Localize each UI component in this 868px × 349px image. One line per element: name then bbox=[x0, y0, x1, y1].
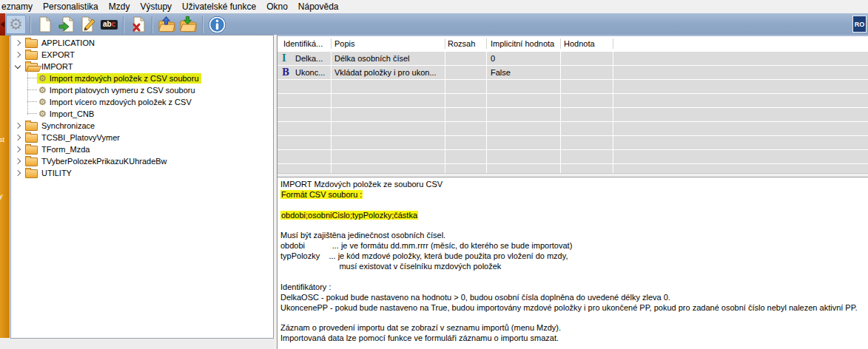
column-separator bbox=[331, 38, 332, 49]
tree-item-band: APPLICATION bbox=[23, 37, 97, 49]
tree-item-band: ⚙Import platovych vymeru z CSV souboru bbox=[37, 85, 198, 95]
tree-item-5[interactable]: ⚙Import vícero mzdových položek z CSV bbox=[11, 96, 273, 108]
column-header-2[interactable]: Rozsah bbox=[448, 36, 475, 52]
description-text: typPolozky ... je kód mzdové položky, kt… bbox=[280, 251, 568, 260]
folder-icon bbox=[25, 169, 38, 178]
description-line-15: Importovaná data lze pomocí funkce ve fo… bbox=[280, 333, 867, 344]
folder-arrow-down-icon bbox=[179, 16, 198, 33]
chevron-right-icon[interactable] bbox=[14, 158, 20, 164]
tree-item-label: Synchronizace bbox=[41, 121, 95, 130]
docked-panel-tab[interactable]: st y bbox=[0, 35, 10, 340]
tree-item-band: TCSBI_PlatovyVymer bbox=[23, 132, 122, 143]
tree-item-label: IMPORT bbox=[41, 62, 73, 71]
tree-item-1[interactable]: EXPORT bbox=[11, 49, 273, 61]
description-line-2 bbox=[280, 200, 867, 211]
column-separator bbox=[560, 38, 561, 49]
table-row-0[interactable]: IDelka...Délka osobních čísel0 bbox=[277, 52, 868, 65]
tree-item-band: ⚙Import_CNB bbox=[37, 109, 96, 119]
menu-item-6[interactable]: Nápověda bbox=[293, 0, 344, 13]
chevron-down-icon[interactable] bbox=[14, 63, 20, 69]
tree-item-band: EXPORT bbox=[23, 49, 77, 61]
tree-item-6[interactable]: ⚙Import_CNB bbox=[11, 108, 273, 120]
document-green-arrow-icon bbox=[58, 16, 75, 33]
tree-item-7[interactable]: Synchronizace bbox=[11, 120, 273, 132]
tree-item-2[interactable]: IMPORT bbox=[11, 61, 273, 72]
properties-table-header: Identifiká...PopisRozsahImplicitní hodno… bbox=[277, 36, 868, 52]
chevron-right-icon[interactable] bbox=[14, 146, 20, 152]
menu-item-0[interactable]: eznamy bbox=[0, 0, 38, 13]
tree-item-label: APPLICATION bbox=[41, 38, 95, 47]
cell-implicitni_hodnota: 0 bbox=[491, 52, 495, 65]
column-header-3[interactable]: Implicitní hodnota bbox=[491, 36, 554, 52]
menu-item-5[interactable]: Okno bbox=[261, 0, 293, 13]
description-line-3: obdobi;osobniCislo;typPolozky;částka bbox=[280, 211, 867, 221]
import-document-button[interactable] bbox=[56, 15, 76, 34]
tree-item-4[interactable]: ⚙Import platovych vymeru z CSV souboru bbox=[11, 84, 273, 96]
tree-item-band: UTILITY bbox=[23, 167, 74, 179]
description-text: DelkaOSC - pokud bude nastaveno na hodno… bbox=[280, 293, 670, 302]
gear-icon: ⚙ bbox=[9, 17, 23, 33]
toolbar-separator bbox=[30, 16, 31, 33]
info-icon bbox=[208, 16, 226, 34]
tree-item-label: TForm_Mzda bbox=[41, 145, 90, 154]
tree-connector-dots bbox=[27, 101, 37, 103]
description-line-6: obdobi ... je ve formátu dd.mm.rrrr (měs… bbox=[280, 241, 867, 251]
cell-implicitni_hodnota: False bbox=[491, 66, 511, 79]
rename-button[interactable]: abc bbox=[99, 15, 119, 34]
tree-item-band: IMPORT bbox=[23, 61, 75, 72]
column-header-1[interactable]: Popis bbox=[334, 36, 355, 52]
description-line-0: IMPORT Mzdových položek ze souboru CSV bbox=[280, 180, 867, 190]
chevron-right-icon[interactable] bbox=[14, 52, 20, 58]
info-button[interactable] bbox=[207, 15, 227, 34]
folder-icon bbox=[25, 146, 38, 155]
chevron-right-icon[interactable] bbox=[14, 170, 20, 176]
folder-open-icon bbox=[25, 63, 38, 72]
properties-table-body: IDelka...Délka osobních čísel0BUkonc...V… bbox=[277, 52, 868, 173]
column-separator bbox=[613, 38, 613, 49]
detail-panel: Identifiká...PopisRozsahImplicitní hodno… bbox=[277, 35, 868, 349]
column-header-0[interactable]: Identifiká... bbox=[283, 36, 323, 52]
chevron-right-icon[interactable] bbox=[14, 40, 20, 46]
tree-item-9[interactable]: TForm_Mzda bbox=[11, 143, 273, 155]
tree-item-11[interactable]: UTILITY bbox=[11, 167, 273, 179]
tree-item-0[interactable]: APPLICATION bbox=[11, 37, 273, 49]
tree-item-8[interactable]: TCSBI_PlatovyVymer bbox=[11, 132, 273, 143]
delete-document-button[interactable] bbox=[128, 15, 148, 34]
tree-item-3[interactable]: ⚙Import mzdových položek z CSV souboru bbox=[11, 72, 273, 84]
settings-button[interactable]: ⚙ bbox=[6, 15, 26, 34]
tree-item-band: ⚙Import vícero mzdových položek z CSV bbox=[37, 97, 194, 107]
menu-item-4[interactable]: Uživatelské funkce bbox=[177, 0, 261, 13]
cell-identifier: Delka... bbox=[295, 52, 323, 65]
new-document-button[interactable] bbox=[35, 15, 55, 34]
dock-handle[interactable] bbox=[0, 13, 5, 35]
abc-white-text: ab bbox=[103, 20, 112, 28]
edit-document-button[interactable] bbox=[78, 15, 98, 34]
chevron-right-icon[interactable] bbox=[14, 123, 20, 129]
highlighted-text: Formát CSV souboru : bbox=[280, 190, 363, 199]
cell-identifier: Ukonc... bbox=[295, 66, 325, 79]
description-line-11: DelkaOSC - pokud bude nastaveno na hodno… bbox=[280, 293, 867, 303]
collapse-left-icon bbox=[1, 21, 4, 27]
folder-export-button[interactable] bbox=[157, 15, 177, 34]
table-row-1[interactable]: BUkonc...Vkládat položky i pro ukon...Fa… bbox=[277, 66, 868, 79]
highlighted-text: obdobi;osobniCislo;typPolozky;částka bbox=[280, 211, 418, 220]
description-text: Identifikátory : bbox=[280, 282, 331, 291]
menu-item-2[interactable]: Mzdy bbox=[104, 0, 135, 13]
ron-logo: RO bbox=[852, 16, 867, 33]
function-tree-panel: APPLICATIONEXPORTIMPORT⚙Import mzdových … bbox=[10, 35, 274, 339]
folder-icon bbox=[25, 122, 38, 131]
description-line-10: Identifikátory : bbox=[280, 282, 867, 293]
description-text: musí existovat v číselníku mzdových polo… bbox=[280, 262, 501, 271]
tree-item-label: TCSBI_PlatovyVymer bbox=[41, 133, 120, 142]
menu-item-3[interactable]: Výstupy bbox=[135, 0, 177, 13]
column-header-4[interactable]: Hodnota bbox=[564, 36, 595, 52]
description-text: UkoncenePP - pokud bude nastaveno na Tru… bbox=[280, 303, 858, 312]
tree-item-label: UTILITY bbox=[41, 169, 72, 177]
tree-item-10[interactable]: TVyberPolozekPrikazuKUhradeBw bbox=[11, 155, 273, 167]
folder-import-button[interactable] bbox=[178, 15, 198, 34]
menu-item-1[interactable]: Personalistika bbox=[38, 0, 104, 13]
description-line-5: Musí být zajištěna jedinečnost osobních … bbox=[280, 231, 867, 241]
chevron-right-icon[interactable] bbox=[14, 135, 20, 140]
function-gear-icon: ⚙ bbox=[38, 74, 47, 83]
description-line-8: musí existovat v číselníku mzdových polo… bbox=[280, 262, 867, 272]
